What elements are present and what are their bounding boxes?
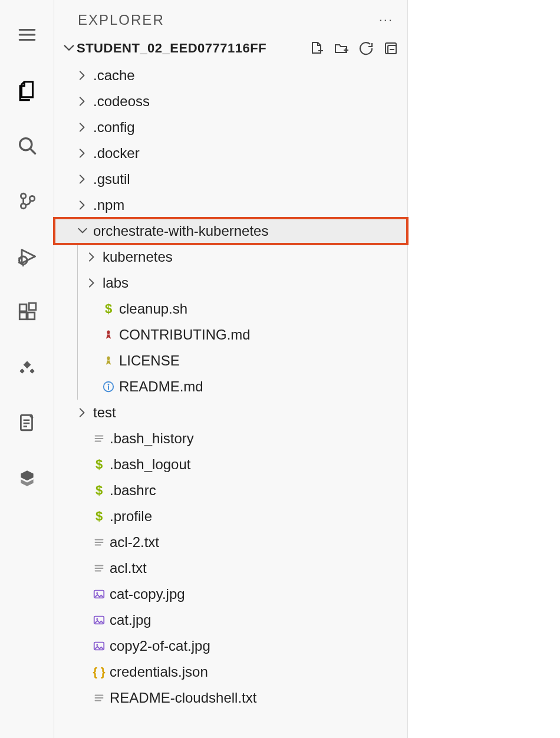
- terraform-icon[interactable]: [10, 461, 44, 495]
- explorer-icon[interactable]: [10, 73, 44, 107]
- chevron-right-icon: [74, 147, 91, 159]
- file-item[interactable]: $cleanup.sh: [54, 296, 407, 322]
- tree-item-label: .cache: [91, 67, 135, 84]
- tree-item-label: credentials.json: [107, 664, 208, 680]
- text-file-icon: [91, 562, 107, 575]
- image-file-icon: [91, 640, 107, 653]
- image-file-icon: [91, 588, 107, 601]
- menu-icon[interactable]: [10, 18, 44, 52]
- chevron-down-icon: [74, 225, 91, 237]
- shell-file-icon: $: [91, 457, 107, 472]
- ribbon-file-icon: [100, 328, 117, 341]
- chevron-right-icon: [84, 277, 100, 289]
- tree-item-label: copy2-of-cat.jpg: [107, 638, 210, 654]
- chevron-right-icon: [74, 407, 91, 419]
- extensions-icon[interactable]: [10, 295, 44, 329]
- tree-item-label: .gsutil: [91, 171, 130, 187]
- folder-item[interactable]: labs: [54, 270, 407, 296]
- file-item[interactable]: .bash_history: [54, 426, 407, 452]
- folder-item[interactable]: .npm: [54, 192, 407, 218]
- info-file-icon: [100, 380, 117, 393]
- tree-item-label: cleanup.sh: [117, 301, 187, 317]
- tree-item-label: cat.jpg: [107, 612, 151, 628]
- tree-item-label: cat-copy.jpg: [107, 586, 185, 602]
- shell-file-icon: $: [91, 509, 107, 524]
- run-debug-icon[interactable]: [10, 239, 44, 274]
- image-file-icon: [91, 614, 107, 627]
- text-file-icon: [91, 536, 107, 549]
- explorer-title: EXPLORER: [78, 12, 164, 28]
- file-item[interactable]: cat-copy.jpg: [54, 581, 407, 607]
- new-file-icon[interactable]: [308, 40, 325, 57]
- tree-item-label: .bashrc: [107, 482, 156, 499]
- activity-bar: [0, 0, 54, 738]
- folder-item[interactable]: .gsutil: [54, 166, 407, 192]
- shell-file-icon: $: [100, 301, 117, 317]
- shell-file-icon: $: [91, 483, 107, 498]
- tree-item-label: labs: [100, 275, 129, 291]
- tree-item-label: README.md: [117, 378, 203, 395]
- tree-item-label: kubernetes: [100, 249, 173, 265]
- file-item[interactable]: acl.txt: [54, 555, 407, 581]
- tree-item-label: acl.txt: [107, 560, 147, 576]
- chevron-right-icon: [74, 199, 91, 211]
- folder-item[interactable]: .docker: [54, 140, 407, 166]
- new-folder-icon[interactable]: [333, 40, 350, 57]
- file-item[interactable]: { }credentials.json: [54, 659, 407, 685]
- refresh-icon[interactable]: [358, 40, 374, 57]
- tree-item-label: .npm: [91, 197, 124, 213]
- chevron-right-icon: [74, 70, 91, 81]
- tree-item-label: acl-2.txt: [107, 534, 159, 551]
- more-actions-icon[interactable]: ···: [379, 12, 393, 28]
- workspace-header[interactable]: STUDENT_02_EED0777116FF: [54, 37, 407, 62]
- folder-item[interactable]: test: [54, 400, 407, 426]
- chevron-right-icon: [74, 121, 91, 133]
- chevron-right-icon: [74, 95, 91, 107]
- file-item[interactable]: $.bashrc: [54, 477, 407, 503]
- tree-item-label: .config: [91, 119, 135, 136]
- chevron-right-icon: [84, 251, 100, 263]
- text-file-icon: [91, 691, 107, 704]
- file-item[interactable]: README.md: [54, 374, 407, 400]
- tree-item-label: CONTRIBUTING.md: [117, 327, 251, 343]
- tree-item-label: LICENSE: [117, 352, 180, 369]
- file-tree: .cache.codeoss.config.docker.gsutil.npmo…: [54, 62, 407, 723]
- file-item[interactable]: $.profile: [54, 503, 407, 529]
- source-control-icon[interactable]: [10, 184, 44, 218]
- tree-item-label: test: [91, 404, 116, 421]
- text-file-icon: [91, 432, 107, 445]
- tree-item-label: orchestrate-with-kubernetes: [91, 223, 268, 239]
- apps-icon[interactable]: [10, 350, 44, 384]
- file-item[interactable]: LICENSE: [54, 348, 407, 374]
- search-icon[interactable]: [10, 129, 44, 163]
- chevron-down-icon: [61, 42, 77, 55]
- tree-item-label: .codeoss: [91, 93, 150, 110]
- tree-item-label: .bash_logout: [107, 456, 190, 473]
- ribbon-file-icon: [100, 354, 117, 367]
- file-item[interactable]: CONTRIBUTING.md: [54, 322, 407, 348]
- tree-item-label: .bash_history: [107, 430, 194, 447]
- folder-item[interactable]: .config: [54, 114, 407, 140]
- file-item[interactable]: copy2-of-cat.jpg: [54, 633, 407, 659]
- workspace-name: STUDENT_02_EED0777116FF: [77, 41, 308, 56]
- json-file-icon: { }: [91, 665, 107, 679]
- tree-item-label: README-cloudshell.txt: [107, 690, 256, 706]
- folder-item[interactable]: .cache: [54, 62, 407, 88]
- folder-item[interactable]: .codeoss: [54, 88, 407, 114]
- tree-item-label: .profile: [107, 508, 152, 525]
- doc-ai-icon[interactable]: [10, 406, 44, 440]
- file-item[interactable]: $.bash_logout: [54, 452, 407, 477]
- tree-item-label: .docker: [91, 145, 140, 162]
- folder-item[interactable]: orchestrate-with-kubernetes: [54, 218, 407, 244]
- file-item[interactable]: README-cloudshell.txt: [54, 685, 407, 711]
- file-item[interactable]: acl-2.txt: [54, 529, 407, 555]
- folder-item[interactable]: kubernetes: [54, 244, 407, 270]
- chevron-right-icon: [74, 173, 91, 185]
- explorer-sidebar: EXPLORER ··· STUDENT_02_EED0777116FF .ca…: [54, 0, 408, 738]
- collapse-all-icon[interactable]: [383, 40, 399, 57]
- file-item[interactable]: cat.jpg: [54, 607, 407, 633]
